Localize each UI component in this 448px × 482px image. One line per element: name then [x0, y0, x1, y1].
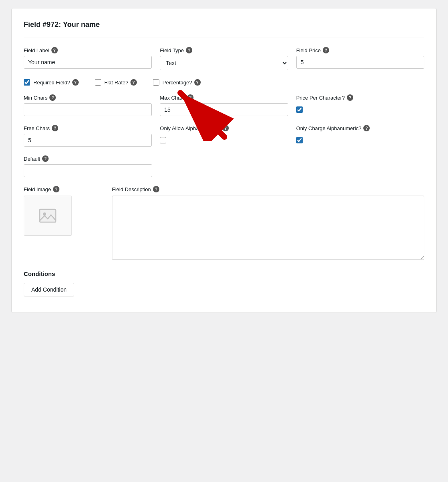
field-label-help-icon[interactable]: ?: [51, 47, 58, 53]
min-chars-group: Min Chars ?: [24, 94, 152, 116]
field-label-input[interactable]: [24, 56, 152, 69]
row-default: Default ?: [24, 155, 424, 177]
only-alphanumeric-group: Only Allow Alphanumeric? ?: [160, 125, 288, 143]
field-type-group: Field Type ? Text Textarea Select Checkb…: [160, 47, 288, 70]
percentage-checkbox[interactable]: [153, 79, 159, 86]
only-alphanumeric-checkbox[interactable]: [160, 137, 166, 143]
field-price-input[interactable]: [296, 56, 424, 69]
free-chars-help-icon[interactable]: ?: [52, 125, 58, 131]
required-field-label: Required Field? ?: [33, 79, 79, 86]
field-description-group: Field Description ?: [112, 186, 424, 261]
field-type-help-icon[interactable]: ?: [186, 47, 192, 53]
price-per-char-checkbox[interactable]: [296, 106, 303, 113]
only-alphanumeric-help-icon[interactable]: ?: [222, 125, 229, 131]
field-image-label: Field Image ?: [24, 186, 104, 192]
flat-rate-group: Flat Rate? ?: [95, 79, 137, 86]
max-chars-group: Max Chars ?: [160, 94, 288, 116]
price-per-char-label: Price Per Character? ?: [296, 94, 424, 101]
price-per-char-help-icon[interactable]: ?: [347, 94, 353, 101]
conditions-section: Conditions Add Condition: [24, 270, 424, 296]
row-image-description: Field Image ? Field Description ?: [24, 186, 424, 261]
required-field-checkbox[interactable]: [24, 79, 30, 86]
field-image-group: Field Image ?: [24, 186, 104, 236]
min-chars-help-icon[interactable]: ?: [49, 94, 56, 101]
only-charge-alphanumeric-group: Only Charge Alphanumeric? ?: [296, 125, 424, 143]
default-label: Default ?: [24, 155, 152, 162]
flat-rate-help-icon[interactable]: ?: [130, 79, 137, 86]
max-chars-input[interactable]: [160, 103, 288, 116]
row-basic-fields: Field Label ? Field Type ? Text Textarea…: [24, 47, 424, 70]
field-price-help-icon[interactable]: ?: [323, 47, 329, 53]
free-chars-label: Free Chars ?: [24, 125, 152, 131]
only-charge-alphanumeric-label: Only Charge Alphanumeric? ?: [296, 125, 424, 131]
only-charge-alphanumeric-checkbox[interactable]: [296, 137, 303, 143]
row-free-chars: Free Chars ? Only Allow Alphanumeric? ? …: [24, 125, 424, 147]
divider: [24, 37, 424, 37]
free-chars-group: Free Chars ?: [24, 125, 152, 147]
field-type-select[interactable]: Text Textarea Select Checkbox Radio Numb…: [160, 56, 288, 70]
field-label-group: Field Label ?: [24, 47, 152, 69]
field-price-label: Field Price ?: [296, 47, 424, 53]
field-label-label: Field Label ?: [24, 47, 152, 53]
field-price-group: Field Price ?: [296, 47, 424, 69]
field-settings-panel: Field #972: Your name Field Label ? Fiel…: [11, 8, 437, 313]
conditions-label: Conditions: [24, 270, 424, 277]
percentage-group: Percentage? ?: [153, 79, 201, 86]
image-placeholder-icon: [38, 206, 57, 225]
row-chars: Min Chars ? Max Chars ? Price Per Charac…: [24, 94, 424, 116]
flat-rate-label: Flat Rate? ?: [104, 79, 137, 86]
row-checkboxes-1: Required Field? ? Flat Rate? ? Percentag…: [24, 79, 424, 86]
max-chars-label: Max Chars ?: [160, 94, 288, 101]
add-condition-button[interactable]: Add Condition: [24, 283, 74, 296]
max-chars-help-icon[interactable]: ?: [187, 94, 193, 101]
default-help-icon[interactable]: ?: [42, 155, 49, 162]
only-charge-alphanumeric-help-icon[interactable]: ?: [363, 125, 370, 131]
price-per-char-group: Price Per Character? ?: [296, 94, 424, 113]
percentage-label: Percentage? ?: [163, 79, 201, 86]
default-group: Default ?: [24, 155, 152, 177]
flat-rate-checkbox[interactable]: [95, 79, 101, 86]
min-chars-label: Min Chars ?: [24, 94, 152, 101]
required-field-help-icon[interactable]: ?: [72, 79, 79, 86]
field-description-textarea[interactable]: [112, 196, 424, 260]
only-alphanumeric-label: Only Allow Alphanumeric? ?: [160, 125, 288, 131]
field-description-label: Field Description ?: [112, 186, 424, 192]
page-title: Field #972: Your name: [24, 20, 424, 29]
free-chars-input[interactable]: [24, 134, 152, 147]
default-input[interactable]: [24, 164, 152, 177]
field-type-label: Field Type ?: [160, 47, 288, 53]
required-field-group: Required Field? ?: [24, 79, 79, 86]
svg-rect-1: [40, 209, 56, 222]
field-image-help-icon[interactable]: ?: [53, 186, 59, 192]
min-chars-input[interactable]: [24, 103, 152, 116]
percentage-help-icon[interactable]: ?: [194, 79, 201, 86]
image-placeholder[interactable]: [24, 196, 72, 236]
field-description-help-icon[interactable]: ?: [153, 186, 159, 192]
